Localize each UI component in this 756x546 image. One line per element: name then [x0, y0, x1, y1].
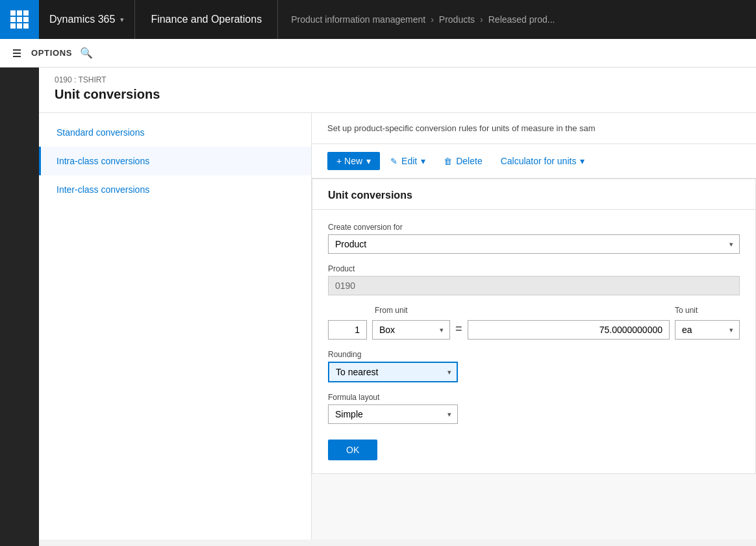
form-panel-title: Unit conversions	[312, 179, 755, 210]
app-launcher-icon	[10, 10, 29, 29]
app-launcher-button[interactable]	[0, 0, 39, 39]
ok-button[interactable]: OK	[328, 440, 377, 460]
brand-label: Dynamics 365	[49, 14, 115, 25]
product-label: Product	[328, 264, 740, 273]
rounding-group: Rounding To nearest Up Down ▾	[328, 350, 740, 382]
hamburger-menu-icon[interactable]	[10, 47, 23, 60]
to-unit-select-wrapper: ea Box kg lb ▾	[675, 320, 740, 340]
calculator-chevron-icon: ▾	[580, 156, 585, 166]
product-group: Product	[328, 264, 740, 295]
rounding-label: Rounding	[328, 350, 740, 359]
page-breadcrumb: 0190 : TSHIRT	[55, 75, 740, 84]
formula-layout-label: Formula layout	[328, 393, 740, 402]
left-nav-panel: Standard conversions Intra-class convers…	[39, 113, 312, 540]
top-navigation: Dynamics 365 ▾ Finance and Operations Pr…	[0, 0, 756, 39]
breadcrumb-sep1: ›	[431, 14, 434, 25]
new-button-label: + New	[336, 156, 362, 166]
content-body: Standard conversions Intra-class convers…	[39, 113, 756, 540]
edit-button-label: Edit	[401, 156, 417, 166]
nav-item-interclass[interactable]: Inter-class conversions	[39, 175, 311, 204]
product-input	[328, 276, 740, 295]
brand-name[interactable]: Dynamics 365 ▾	[39, 0, 135, 39]
nav-item-standard[interactable]: Standard conversions	[39, 118, 311, 147]
form-body: Create conversion for Product Variant ▾	[312, 210, 755, 473]
breadcrumb-sep2: ›	[480, 14, 483, 25]
conversion-labels-row: From unit To unit	[328, 306, 740, 317]
main-layout: 0190 : TSHIRT Unit conversions Standard …	[0, 68, 756, 546]
delete-button-label: Delete	[456, 156, 482, 166]
calculator-button[interactable]: Calculator for units ▾	[493, 152, 593, 170]
new-chevron-icon: ▾	[366, 156, 371, 166]
nav-item-interclass-label: Inter-class conversions	[57, 184, 149, 195]
nav-item-intraclass[interactable]: Intra-class conversions	[39, 147, 311, 175]
edit-icon: ✎	[390, 156, 397, 166]
conversion-row: Box ea kg lb ▾ =	[328, 320, 740, 340]
brand-chevron: ▾	[120, 16, 124, 24]
breadcrumb-item3[interactable]: Released prod...	[488, 14, 555, 25]
action-toolbar: + New ▾ ✎ Edit ▾ 🗑 Delete Calculator for…	[312, 144, 756, 179]
create-conversion-select-wrapper: Product Variant ▾	[328, 234, 740, 254]
new-button[interactable]: + New ▾	[327, 152, 380, 170]
formula-layout-group: Formula layout Simple Advanced ▾	[328, 393, 740, 424]
to-unit-column-label: To unit	[675, 306, 740, 315]
from-unit-column-label: From unit	[375, 306, 453, 315]
delete-button[interactable]: 🗑 Delete	[436, 152, 490, 170]
nav-breadcrumb: Product information management › Product…	[278, 0, 756, 39]
app-name-label: Finance and Operations	[151, 14, 262, 25]
nav-item-standard-label: Standard conversions	[57, 127, 144, 138]
search-icon[interactable]: 🔍	[80, 47, 93, 59]
to-unit-select[interactable]: ea Box kg lb	[675, 320, 740, 340]
content-area: 0190 : TSHIRT Unit conversions Standard …	[39, 68, 756, 546]
from-unit-select[interactable]: Box ea kg lb	[372, 320, 450, 340]
equals-sign: =	[455, 322, 462, 340]
app-name: Finance and Operations	[135, 0, 278, 39]
formula-layout-select[interactable]: Simple Advanced	[328, 404, 458, 424]
nav-item-intraclass-label: Intra-class conversions	[57, 156, 149, 166]
info-banner: Set up product-specific conversion rules…	[312, 113, 756, 144]
conversion-fields-group: From unit To unit Box ea	[328, 306, 740, 340]
create-conversion-select[interactable]: Product Variant	[328, 234, 740, 254]
from-number-input[interactable]	[328, 320, 367, 340]
form-panel: Unit conversions Create conversion for P…	[312, 179, 756, 474]
page-header: 0190 : TSHIRT Unit conversions	[39, 68, 756, 113]
ok-button-label: OK	[346, 445, 359, 455]
calculator-button-label: Calculator for units	[501, 156, 577, 166]
page-title: Unit conversions	[55, 87, 740, 102]
formula-layout-select-wrapper: Simple Advanced ▾	[328, 404, 458, 424]
delete-icon: 🗑	[444, 156, 452, 166]
rounding-select[interactable]: To nearest Up Down	[328, 362, 458, 382]
right-panel: Set up product-specific conversion rules…	[312, 113, 756, 540]
secondary-toolbar: OPTIONS 🔍	[0, 39, 756, 68]
sidebar-narrow	[0, 68, 39, 546]
breadcrumb-item1[interactable]: Product information management	[291, 14, 425, 25]
from-unit-select-wrapper: Box ea kg lb ▾	[372, 320, 450, 340]
to-value-input[interactable]	[468, 320, 670, 340]
create-conversion-label: Create conversion for	[328, 223, 740, 232]
create-conversion-group: Create conversion for Product Variant ▾	[328, 223, 740, 254]
options-label: OPTIONS	[31, 48, 72, 58]
rounding-select-wrapper: To nearest Up Down ▾	[328, 362, 458, 382]
edit-chevron-icon: ▾	[421, 156, 425, 166]
info-banner-text: Set up product-specific conversion rules…	[327, 123, 596, 133]
edit-button[interactable]: ✎ Edit ▾	[383, 152, 433, 170]
breadcrumb-item2[interactable]: Products	[439, 14, 475, 25]
